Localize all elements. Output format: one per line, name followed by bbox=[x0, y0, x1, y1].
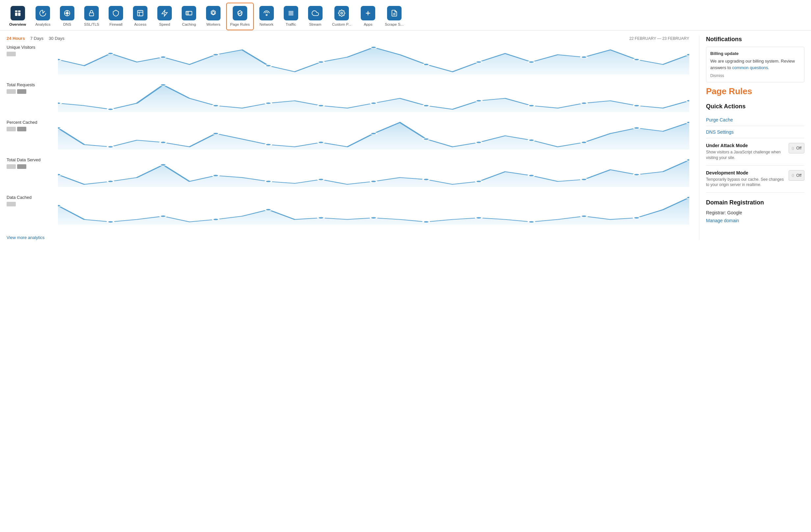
chart-dot bbox=[318, 217, 324, 219]
nav-item-network[interactable]: Network bbox=[255, 3, 278, 30]
chart-area-fill bbox=[58, 85, 689, 112]
chart-placeholder-3 bbox=[6, 164, 53, 169]
svg-marker-12 bbox=[162, 10, 168, 16]
chart-dot bbox=[160, 215, 166, 217]
chart-area-fill bbox=[58, 47, 689, 74]
nav-item-firewall[interactable]: Firewall bbox=[104, 3, 127, 30]
nav-label-caching: Caching bbox=[182, 22, 196, 26]
toggle-desc-1: Temporarily bypass our cache. See change… bbox=[706, 177, 785, 188]
chart-dot bbox=[58, 102, 61, 104]
chart-area-0 bbox=[58, 45, 689, 74]
chart-dot bbox=[265, 180, 272, 182]
apps-icon bbox=[361, 6, 375, 20]
placeholder-bar-dark bbox=[17, 127, 26, 131]
toggle-desc-0: Show visitors a JavaScript challenge whe… bbox=[706, 150, 785, 161]
time-filter-7d[interactable]: 7 Days bbox=[30, 36, 44, 41]
chart-dot bbox=[160, 164, 166, 166]
chart-row-1: Total Requests bbox=[6, 82, 689, 112]
page-rules-icon bbox=[233, 6, 247, 20]
nav-label-firewall: Firewall bbox=[109, 22, 122, 26]
toggle-switch-1[interactable]: ⟨⟩ Off bbox=[789, 170, 805, 181]
nav-wrapper: Overview Analytics DNS SSL/TLS Firewall … bbox=[0, 0, 811, 31]
time-filter-30d[interactable]: 30 Days bbox=[49, 36, 64, 41]
chart-dot bbox=[318, 61, 324, 63]
chart-label-2: Percent Cached bbox=[6, 120, 53, 125]
nav-item-scrape-s[interactable]: Scrape S... bbox=[381, 3, 408, 30]
placeholder-bar bbox=[6, 52, 16, 56]
chart-dot bbox=[265, 65, 272, 67]
traffic-icon bbox=[284, 6, 298, 20]
chart-svg bbox=[58, 82, 689, 112]
nav-item-stream[interactable]: Stream bbox=[304, 3, 327, 30]
chart-dot bbox=[528, 139, 535, 141]
nav-item-page-rules[interactable]: Page Rules bbox=[226, 3, 254, 30]
chart-dot bbox=[476, 61, 482, 63]
nav-item-dns[interactable]: DNS bbox=[56, 3, 79, 30]
nav-item-workers[interactable]: Workers bbox=[202, 3, 225, 30]
nav-bar: Overview Analytics DNS SSL/TLS Firewall … bbox=[0, 0, 811, 31]
chart-dot bbox=[370, 133, 377, 135]
analytics-icon bbox=[35, 6, 50, 20]
svg-rect-8 bbox=[90, 13, 94, 16]
chart-row-3: Total Data Served bbox=[6, 157, 689, 187]
chart-dot bbox=[318, 179, 324, 180]
chart-dot bbox=[633, 59, 640, 61]
chart-dot bbox=[581, 102, 587, 104]
chart-area-1 bbox=[58, 82, 689, 112]
nav-label-dns: DNS bbox=[63, 22, 71, 26]
chart-row-4: Data Cached bbox=[6, 195, 689, 225]
chart-dot bbox=[370, 180, 377, 182]
purge-cache-link[interactable]: Purge Cache bbox=[706, 114, 805, 126]
svg-marker-17 bbox=[212, 12, 215, 15]
chart-dot bbox=[476, 141, 482, 143]
svg-point-18 bbox=[266, 15, 267, 16]
nav-item-speed[interactable]: Speed bbox=[153, 3, 176, 30]
notification-card: Billing update We are upgrading our bill… bbox=[706, 47, 805, 82]
svg-rect-9 bbox=[138, 11, 143, 16]
chart-dot bbox=[476, 217, 482, 219]
ssl-tls-icon bbox=[84, 6, 99, 20]
chart-dot bbox=[633, 217, 640, 219]
caching-icon bbox=[182, 6, 196, 20]
toggle-info-1: Development Mode Temporarily bypass our … bbox=[706, 170, 785, 188]
nav-label-speed: Speed bbox=[159, 22, 170, 26]
notification-body-after: . bbox=[768, 65, 769, 70]
chart-dot bbox=[160, 84, 166, 86]
toggle-state-1: Off bbox=[796, 173, 801, 178]
chart-dot bbox=[213, 133, 219, 135]
chart-dot bbox=[160, 56, 166, 58]
scrape-s-icon bbox=[387, 6, 401, 20]
notification-common-questions-link[interactable]: common questions bbox=[732, 65, 768, 70]
nav-item-apps[interactable]: Apps bbox=[356, 3, 380, 30]
dismiss-button[interactable]: Dismiss bbox=[710, 73, 724, 78]
nav-item-analytics[interactable]: Analytics bbox=[31, 3, 54, 30]
nav-item-caching[interactable]: Caching bbox=[178, 3, 200, 30]
speed-icon bbox=[157, 6, 172, 20]
chart-placeholder-2 bbox=[6, 127, 53, 131]
chart-dot bbox=[686, 197, 689, 198]
placeholder-bar-dark bbox=[17, 89, 26, 94]
nav-item-overview[interactable]: Overview bbox=[5, 3, 30, 30]
nav-item-ssl-tls[interactable]: SSL/TLS bbox=[80, 3, 103, 30]
access-icon bbox=[133, 6, 148, 20]
placeholder-bar-dark bbox=[17, 164, 26, 169]
nav-item-custom-p[interactable]: Custom P... bbox=[328, 3, 355, 30]
overview-icon bbox=[11, 6, 25, 20]
chart-dot bbox=[581, 215, 587, 217]
toggle-label-0: Under Attack Mode bbox=[706, 143, 785, 148]
nav-label-network: Network bbox=[260, 22, 274, 26]
chart-placeholder-4 bbox=[6, 202, 53, 207]
chart-dot bbox=[528, 61, 535, 63]
stream-icon bbox=[308, 6, 323, 20]
dns-settings-link[interactable]: DNS Settings bbox=[706, 126, 805, 138]
manage-domain-link[interactable]: Manage domain bbox=[706, 218, 739, 223]
time-filter-24h[interactable]: 24 Hours bbox=[6, 36, 25, 41]
nav-item-traffic[interactable]: Traffic bbox=[279, 3, 303, 30]
view-more-analytics-link[interactable]: View more analytics bbox=[6, 235, 44, 240]
nav-label-workers: Workers bbox=[206, 22, 220, 26]
nav-item-access[interactable]: Access bbox=[129, 3, 152, 30]
toggle-switch-0[interactable]: ⟨⟩ Off bbox=[789, 143, 805, 153]
notifications-title: Notifications bbox=[706, 36, 805, 43]
chart-area-fill bbox=[58, 122, 689, 150]
nav-label-overview: Overview bbox=[9, 22, 26, 26]
